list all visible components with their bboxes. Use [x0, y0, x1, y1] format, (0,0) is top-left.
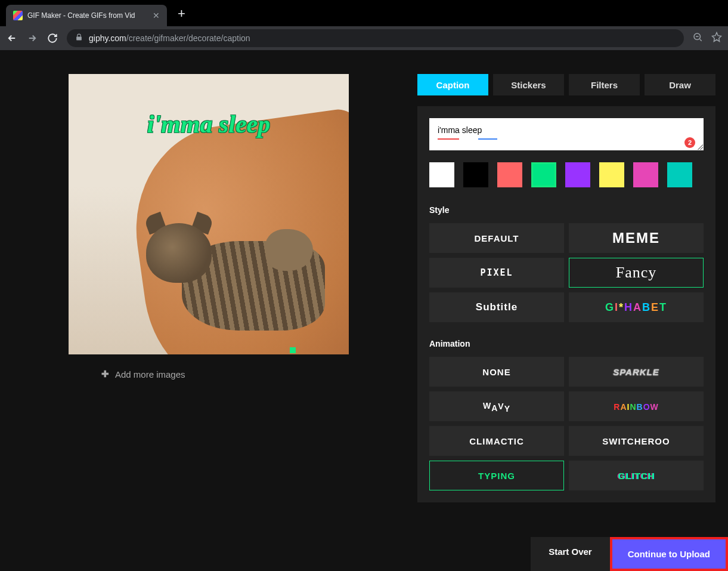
favicon — [13, 11, 23, 20]
star-icon[interactable] — [711, 32, 722, 45]
preview-caption-text[interactable]: i'mma sleep — [147, 110, 270, 138]
tab-stickers[interactable]: Stickers — [493, 74, 564, 95]
tab-filters[interactable]: Filters — [569, 74, 640, 95]
browser-tab[interactable]: GIF Maker - Create GIFs from Vid ✕ — [6, 5, 167, 26]
close-tab-icon[interactable]: ✕ — [153, 11, 160, 20]
add-more-images-button[interactable]: ✚ Add more images — [101, 369, 185, 379]
footer-buttons: Start Over Continue to Upload — [531, 537, 728, 571]
editor-column: Caption Stickers Filters Draw 2 — [417, 50, 715, 571]
browser-toolbar: giphy.com/create/gifmaker/decorate/capti… — [0, 26, 728, 50]
new-tab-button[interactable]: + — [178, 6, 185, 21]
caption-input-wrap: 2 — [429, 118, 704, 150]
anim-rainbow[interactable]: RAINBOW — [569, 391, 704, 421]
style-subtitle[interactable]: Subtitle — [429, 292, 564, 322]
caption-input[interactable] — [429, 118, 704, 148]
style-fancy[interactable]: Fancy — [569, 258, 704, 288]
tab-caption[interactable]: Caption — [417, 74, 488, 95]
browser-tabs: GIF Maker - Create GIFs from Vid ✕ + — [0, 0, 728, 26]
continue-upload-button[interactable]: Continue to Upload — [610, 537, 728, 571]
color-red[interactable] — [497, 162, 522, 187]
wavy-label: WAVY — [483, 402, 510, 412]
url-bar[interactable]: giphy.com/create/gifmaker/decorate/capti… — [67, 29, 684, 47]
forward-button[interactable] — [26, 32, 38, 44]
animation-grid: NONE SPARKLE WAVY RAINBOW CLIMACTIC SWIT… — [429, 357, 704, 490]
lock-icon — [75, 33, 83, 43]
add-more-label: Add more images — [115, 369, 185, 379]
reload-button[interactable] — [47, 32, 58, 44]
editor-tabs: Caption Stickers Filters Draw — [417, 74, 715, 95]
anim-switcheroo[interactable]: SWITCHEROO — [569, 426, 704, 456]
page-content: i'mma sleep ✚ Add more images Caption St… — [0, 50, 728, 571]
rainbow-label: RAINBOW — [614, 402, 659, 412]
start-over-button[interactable]: Start Over — [531, 537, 610, 571]
style-pixel[interactable]: PIXEL — [429, 258, 564, 288]
caption-panel: 2 Style DEFAULT MEME PIXEL Fancy Subtitl… — [417, 106, 715, 502]
style-default[interactable]: DEFAULT — [429, 223, 564, 253]
zoom-icon[interactable] — [692, 32, 703, 45]
tab-title: GIF Maker - Create GIFs from Vid — [27, 11, 148, 20]
anim-none[interactable]: NONE — [429, 357, 564, 387]
tab-draw[interactable]: Draw — [645, 74, 715, 95]
preview-column: i'mma sleep ✚ Add more images — [0, 50, 417, 571]
anim-climactic[interactable]: CLIMACTIC — [429, 426, 564, 456]
suggestion-badge[interactable]: 2 — [684, 137, 695, 148]
anim-typing[interactable]: TYPING — [429, 461, 564, 490]
spellcheck-underline — [438, 138, 459, 140]
resize-grip[interactable] — [697, 144, 703, 150]
color-black[interactable] — [463, 162, 488, 187]
color-yellow[interactable] — [599, 162, 624, 187]
style-giphabet[interactable]: GI*HABET — [569, 292, 704, 322]
style-label: Style — [429, 205, 704, 215]
anim-wavy[interactable]: WAVY — [429, 391, 564, 421]
url-text: giphy.com/create/gifmaker/decorate/capti… — [89, 33, 250, 43]
style-meme[interactable]: MEME — [569, 223, 704, 253]
color-teal[interactable] — [667, 162, 692, 187]
gif-preview[interactable]: i'mma sleep — [69, 74, 349, 354]
color-purple[interactable] — [565, 162, 590, 187]
grammar-underline — [478, 138, 497, 140]
anim-glitch[interactable]: GLITCH — [569, 461, 704, 490]
color-white[interactable] — [429, 162, 454, 187]
color-swatches — [429, 162, 704, 187]
back-button[interactable] — [6, 32, 18, 44]
anim-sparkle[interactable]: SPARKLE — [569, 357, 704, 387]
color-pink[interactable] — [633, 162, 658, 187]
color-green[interactable] — [531, 162, 556, 187]
plus-icon: ✚ — [101, 369, 109, 379]
selection-handle[interactable] — [290, 347, 296, 353]
style-grid: DEFAULT MEME PIXEL Fancy Subtitle GI*HAB… — [429, 223, 704, 322]
animation-label: Animation — [429, 339, 704, 348]
giphabet-label: GI*HABET — [605, 301, 667, 314]
